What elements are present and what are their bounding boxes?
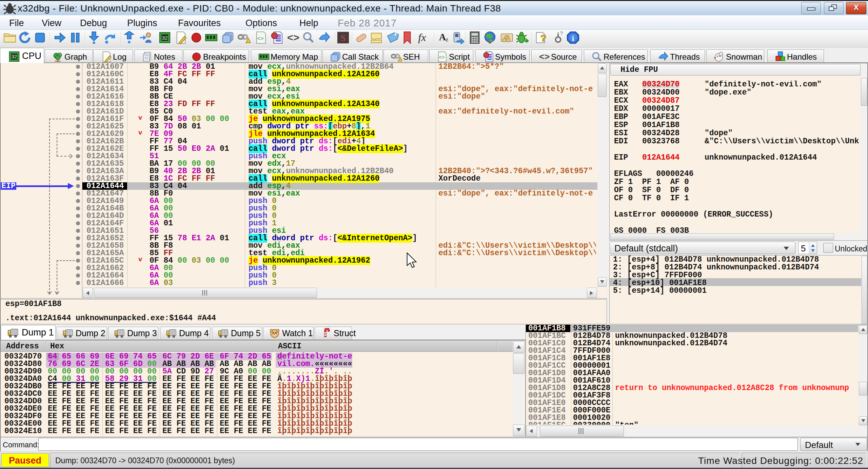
svg-text:S: S (341, 33, 346, 43)
svg-text:A: A (439, 32, 446, 42)
svg-text:i: i (572, 34, 574, 43)
svg-text:?: ? (540, 33, 546, 43)
svg-text:fx: fx (418, 31, 426, 43)
svg-text:32: 32 (162, 35, 168, 41)
svg-text:<>: <> (439, 55, 445, 60)
svg-text:<>: <> (539, 52, 550, 62)
svg-text:<>: <> (287, 33, 299, 44)
svg-text:?: ? (560, 31, 563, 36)
svg-text:32: 32 (12, 54, 17, 59)
svg-text:z: z (446, 36, 449, 43)
svg-text:<>: <> (257, 36, 264, 42)
